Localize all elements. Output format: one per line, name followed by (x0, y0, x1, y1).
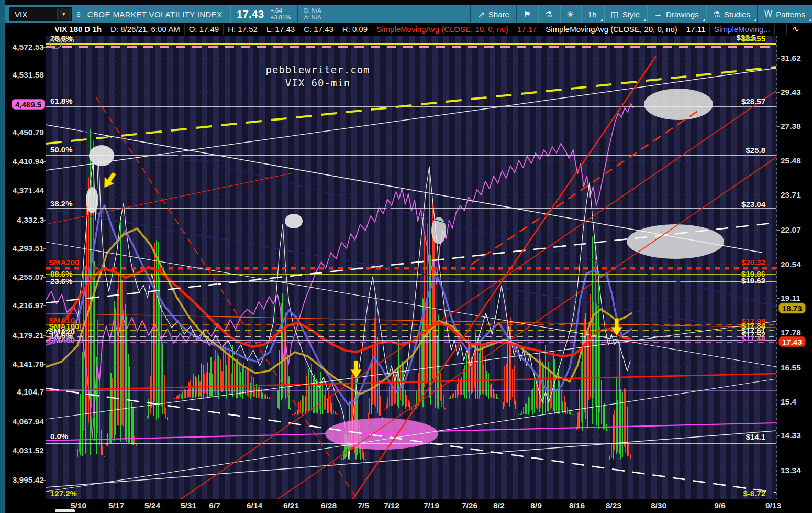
status-item-10[interactable]: 17.11 (682, 24, 710, 35)
status-item-6: R: 0.09 (338, 24, 372, 35)
chart-plot-area[interactable] (46, 36, 777, 499)
status-item-0: VIX 180 D 1h (50, 24, 106, 35)
ask-value: A: N/A (304, 14, 321, 21)
drawings-arrow-icon: → (654, 9, 662, 19)
timeframe-button[interactable]: 1h (581, 5, 604, 23)
studies-beaker-icon: ⚗ (713, 9, 720, 19)
timeframe-button-label: 1h (588, 10, 597, 19)
status-item-8[interactable]: 17.17 (513, 24, 542, 35)
analysis-beaker-button[interactable]: ⚗ (538, 5, 559, 23)
time-axis[interactable] (5, 499, 812, 513)
status-item-5: C: 17.43 (299, 24, 338, 35)
drawings-button[interactable]: →Drawings (647, 5, 706, 23)
price-badge-gold: 18.73 (778, 303, 806, 314)
style-button[interactable]: ◫Style (604, 5, 647, 23)
price-change: +.64 +3.81% (270, 7, 291, 21)
gear-icon: ✳ (567, 9, 574, 19)
bid-value: B: N/A (304, 7, 321, 14)
symbol-description: CBOE MARKET VOLATILITY INDEX (87, 10, 223, 19)
share-button-label: Share (488, 10, 509, 19)
notes-button[interactable]: ⚑ (517, 5, 538, 23)
studies-button[interactable]: ⚗Studies (706, 5, 757, 23)
time-scrollbar-thumb[interactable] (55, 509, 75, 512)
toolbar-divider (297, 5, 298, 23)
link-icon[interactable]: ∞ (75, 12, 84, 17)
beaker-icon: ⚗ (545, 9, 552, 19)
patterns-button[interactable]: WPatterns (758, 5, 812, 23)
change-value: +.64 (270, 7, 291, 14)
price-badge-pink: 4,489.5 (12, 99, 45, 110)
symbol-dropdown-icon[interactable]: ▼ (57, 8, 71, 20)
chart-style-icon: ◫ (611, 9, 619, 19)
toolbar-buttons: ↗Share⚑⚗✳1h◫Style→Drawings⚗StudiesWPatte… (470, 5, 812, 23)
drawings-button-label: Drawings (666, 10, 699, 19)
status-item-7[interactable]: SimpleMovingAvg (CLOSE, 10, 0, no) (372, 24, 513, 35)
status-item-4: L: 17.43 (262, 24, 299, 35)
settings-gear-button[interactable]: ✳ (560, 5, 581, 23)
share-button[interactable]: ↗Share (471, 5, 516, 23)
right-price-axis[interactable] (777, 36, 812, 499)
symbol-value[interactable]: VIX (10, 10, 57, 19)
status-item-2: O: 17.49 (185, 24, 224, 35)
status-item-11[interactable]: SimpleMoving... (710, 24, 775, 35)
chart-status-bar: VIX 180 D 1hD: 8/26/21, 6:00 AMO: 17.49H… (5, 23, 812, 36)
status-item-9[interactable]: SimpleMovingAvg (CLOSE, 20, 0, no) (541, 24, 682, 35)
last-price: 17.43 (237, 8, 264, 20)
price-badge-red: 17.43 (778, 336, 806, 347)
window-top-strip (5, 0, 812, 5)
trading-platform-window: VIX ▼ ∞ CBOE MARKET VOLATILITY INDEX 17.… (0, 0, 812, 513)
toolbar-divider (230, 5, 230, 23)
style-button-label: Style (622, 10, 640, 19)
share-icon: ↗ (477, 9, 484, 19)
patterns-button-label: Patterns (776, 10, 805, 19)
chart-toolbar: VIX ▼ ∞ CBOE MARKET VOLATILITY INDEX 17.… (5, 5, 812, 23)
bid-ask: B: N/A A: N/A (304, 7, 321, 21)
status-item-1: D: 8/26/21, 6:00 AM (106, 24, 185, 35)
chart-mode-icon[interactable]: ∿ (786, 24, 805, 35)
studies-button-label: Studies (724, 10, 750, 19)
fib-anchor-circle-icon[interactable] (49, 37, 62, 49)
patterns-icon: W (764, 9, 772, 19)
change-percent: +3.81% (270, 14, 291, 21)
status-item-3: H: 17.52 (224, 24, 262, 35)
flag-note-icon: ⚑ (524, 9, 531, 19)
symbol-input[interactable]: VIX ▼ (9, 7, 72, 21)
